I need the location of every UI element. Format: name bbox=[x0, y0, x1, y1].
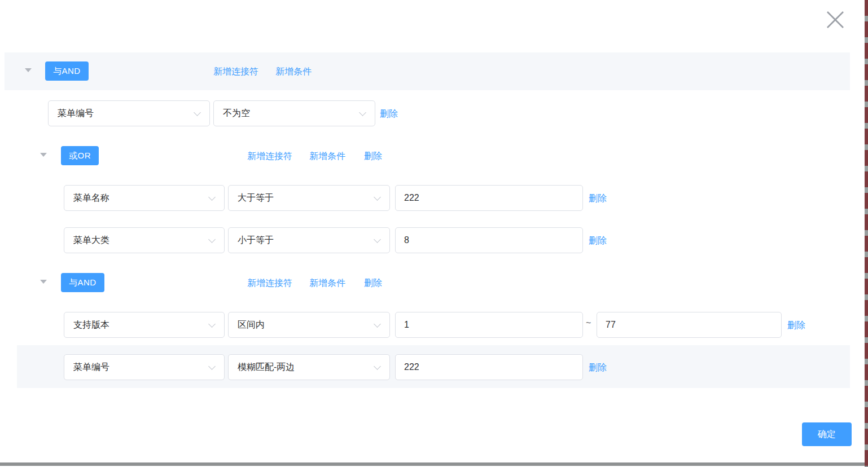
collapse-arrow-icon[interactable] bbox=[40, 280, 47, 284]
operator-select[interactable]: 模糊匹配-两边 bbox=[228, 354, 390, 380]
chevron-down-icon bbox=[209, 195, 216, 201]
field-select[interactable]: 支持版本 bbox=[64, 312, 225, 338]
value-input[interactable] bbox=[395, 354, 583, 380]
field-select[interactable]: 菜单名称 bbox=[64, 185, 225, 211]
delete-link[interactable]: 删除 bbox=[364, 151, 382, 162]
chevron-down-icon bbox=[375, 321, 382, 328]
value-input[interactable] bbox=[395, 185, 583, 211]
chevron-down-icon bbox=[209, 237, 216, 244]
operator-select[interactable]: 小于等于 bbox=[228, 227, 390, 253]
add-condition-link[interactable]: 新增条件 bbox=[309, 277, 345, 289]
field-select-value: 支持版本 bbox=[73, 319, 109, 331]
chevron-down-icon bbox=[209, 364, 216, 371]
add-connector-link[interactable]: 新增连接符 bbox=[247, 151, 292, 162]
confirm-button[interactable]: 确定 bbox=[802, 422, 852, 446]
add-connector-link[interactable]: 新增连接符 bbox=[247, 277, 292, 289]
delete-link[interactable]: 删除 bbox=[589, 193, 607, 204]
delete-link[interactable]: 删除 bbox=[364, 277, 382, 289]
row-highlight-root-group bbox=[5, 52, 850, 90]
add-condition-link[interactable]: 新增条件 bbox=[309, 151, 345, 162]
range-start-input[interactable] bbox=[395, 312, 583, 338]
connector-tag-or[interactable]: 或OR bbox=[61, 146, 99, 165]
chevron-down-icon bbox=[209, 321, 216, 328]
close-icon bbox=[825, 10, 845, 30]
field-select[interactable]: 菜单大类 bbox=[64, 227, 225, 253]
filter-builder-dialog: 与AND 新增连接符 新增条件 菜单编号 不为空 删除 或OR 新增连接符 新增… bbox=[0, 0, 868, 467]
range-separator: ~ bbox=[586, 318, 591, 328]
delete-link[interactable]: 删除 bbox=[589, 235, 607, 246]
field-select-value: 菜单编号 bbox=[73, 362, 109, 373]
delete-link[interactable]: 删除 bbox=[380, 108, 398, 120]
field-select[interactable]: 菜单编号 bbox=[64, 354, 225, 380]
operator-select[interactable]: 区间内 bbox=[228, 312, 390, 338]
page-edge-stripe bbox=[865, 0, 868, 467]
connector-tag-and[interactable]: 与AND bbox=[45, 61, 89, 81]
operator-select-value: 小于等于 bbox=[238, 235, 274, 246]
add-condition-link[interactable]: 新增条件 bbox=[275, 66, 312, 77]
chevron-down-icon bbox=[375, 237, 382, 244]
delete-link[interactable]: 删除 bbox=[787, 320, 805, 331]
operator-select-value: 区间内 bbox=[238, 319, 265, 331]
chevron-down-icon bbox=[375, 195, 382, 201]
field-select-value: 菜单编号 bbox=[58, 108, 94, 120]
collapse-arrow-icon[interactable] bbox=[25, 68, 32, 72]
operator-select-value: 不为空 bbox=[223, 108, 250, 120]
delete-link[interactable]: 删除 bbox=[589, 362, 607, 373]
window-bottom-edge bbox=[0, 462, 865, 466]
chevron-down-icon bbox=[360, 110, 367, 117]
add-connector-link[interactable]: 新增连接符 bbox=[213, 66, 258, 77]
field-select-value: 菜单大类 bbox=[73, 235, 109, 246]
collapse-arrow-icon[interactable] bbox=[40, 153, 47, 157]
operator-select[interactable]: 不为空 bbox=[213, 100, 375, 126]
field-select-value: 菜单名称 bbox=[73, 192, 109, 204]
value-input[interactable] bbox=[395, 227, 583, 253]
operator-select-value: 模糊匹配-两边 bbox=[238, 362, 295, 373]
field-select[interactable]: 菜单编号 bbox=[48, 100, 210, 126]
range-end-input[interactable] bbox=[597, 312, 782, 338]
chevron-down-icon bbox=[195, 110, 201, 117]
operator-select[interactable]: 大于等于 bbox=[228, 185, 390, 211]
connector-tag-and[interactable]: 与AND bbox=[61, 273, 104, 292]
chevron-down-icon bbox=[375, 364, 382, 371]
close-button[interactable] bbox=[823, 7, 848, 32]
operator-select-value: 大于等于 bbox=[238, 192, 274, 204]
